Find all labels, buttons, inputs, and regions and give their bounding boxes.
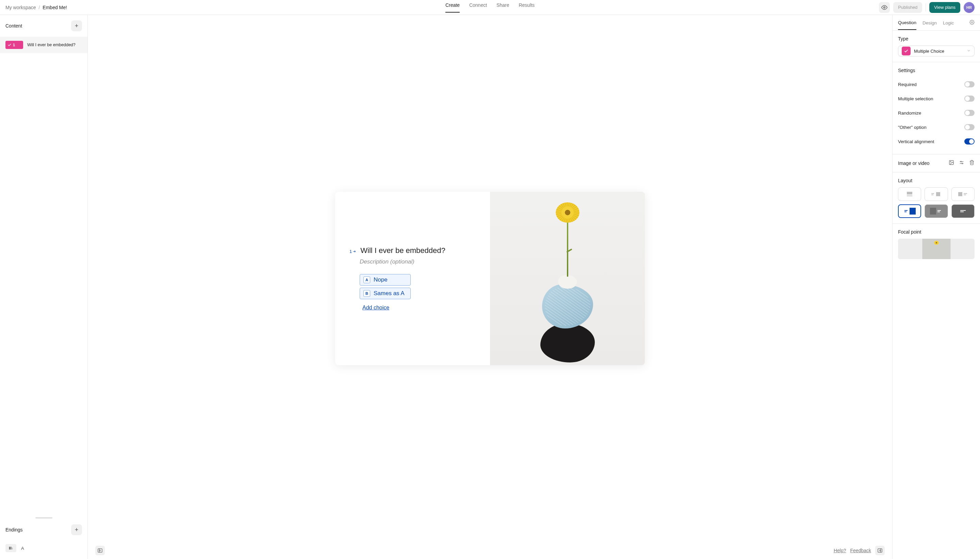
image-icon <box>949 160 954 165</box>
help-link[interactable]: Help? <box>834 548 846 553</box>
publish-button[interactable]: Published <box>893 2 922 13</box>
svg-rect-22 <box>963 193 967 194</box>
setting-multiple-label: Multiple selection <box>898 96 934 101</box>
type-name: Multiple Choice <box>914 49 963 54</box>
preview-button[interactable] <box>879 2 890 13</box>
svg-rect-25 <box>904 212 907 212</box>
question-type-select[interactable]: Multiple Choice <box>898 46 975 56</box>
question-description-input[interactable]: Description (optional) <box>360 258 476 265</box>
tab-share[interactable]: Share <box>496 2 509 13</box>
svg-point-0 <box>884 7 885 8</box>
image-settings-button[interactable] <box>959 160 964 167</box>
workspace-link[interactable]: My workspace <box>5 5 36 10</box>
eye-icon <box>881 5 887 10</box>
collapse-right-button[interactable] <box>875 546 885 555</box>
image-add-button[interactable] <box>949 160 954 167</box>
svg-rect-3 <box>12 547 13 549</box>
panel-tab-design[interactable]: Design <box>922 20 937 30</box>
collapse-left-button[interactable] <box>95 546 105 555</box>
settings-heading: Settings <box>898 68 975 73</box>
choice-key: B <box>363 290 370 297</box>
trash-icon <box>969 160 975 165</box>
breadcrumb: My workspace / Embed Me! <box>5 5 67 10</box>
toggle-other-option[interactable] <box>964 124 975 130</box>
image-delete-button[interactable] <box>969 160 975 167</box>
tab-results[interactable]: Results <box>519 2 535 13</box>
choice-option[interactable]: A Nope <box>360 274 411 286</box>
view-plans-button[interactable]: View plans <box>929 2 960 13</box>
setting-other-label: "Other" option <box>898 125 927 130</box>
question-list-item[interactable]: 1 Will I ever be embedded? <box>0 37 88 53</box>
svg-rect-18 <box>931 193 934 194</box>
panel-settings-button[interactable] <box>970 20 975 30</box>
toggle-required[interactable] <box>964 81 975 88</box>
svg-rect-30 <box>960 210 966 211</box>
choice-option[interactable]: B Sames as A <box>360 288 411 299</box>
svg-rect-23 <box>963 195 966 195</box>
svg-rect-20 <box>936 192 940 196</box>
bars-icon <box>8 546 13 551</box>
type-heading: Type <box>898 36 975 41</box>
setting-randomize-label: Randomize <box>898 111 921 116</box>
panel-tab-logic[interactable]: Logic <box>943 20 954 30</box>
ending-letter: A <box>21 546 24 551</box>
feedback-link[interactable]: Feedback <box>851 548 871 553</box>
question-card: 1 Will I ever be embedded? Description (… <box>335 192 645 365</box>
question-title-input[interactable]: Will I ever be embedded? <box>360 246 445 255</box>
question-label: Will I ever be embedded? <box>27 43 76 47</box>
layout-option-2[interactable] <box>925 187 948 201</box>
setting-vertical-label: Vertical alignment <box>898 139 934 144</box>
panel-left-icon <box>97 548 103 553</box>
tab-connect[interactable]: Connect <box>469 2 487 13</box>
layout-option-4[interactable] <box>898 204 921 218</box>
chevron-down-icon <box>967 48 971 54</box>
svg-rect-28 <box>937 210 941 211</box>
svg-rect-26 <box>910 208 916 215</box>
layout-option-3[interactable] <box>952 187 975 201</box>
layout-option-1[interactable] <box>898 187 921 201</box>
toggle-multiple-selection[interactable] <box>964 96 975 102</box>
svg-point-15 <box>962 163 963 164</box>
svg-rect-17 <box>907 195 912 196</box>
svg-rect-24 <box>904 210 907 211</box>
svg-rect-27 <box>930 208 936 215</box>
svg-rect-1 <box>9 547 10 549</box>
ending-badge <box>5 544 17 552</box>
layout-option-6[interactable] <box>952 204 975 218</box>
add-content-button[interactable]: + <box>71 20 82 31</box>
arrow-right-icon <box>353 250 356 253</box>
check-icon <box>7 43 12 47</box>
choice-text[interactable]: Sames as A <box>374 290 405 297</box>
layout-heading: Layout <box>898 178 975 183</box>
choice-key: A <box>363 276 370 283</box>
image-heading: Image or video <box>898 160 944 166</box>
panel-right-icon <box>877 548 883 553</box>
check-square-icon <box>902 46 910 55</box>
svg-rect-19 <box>931 195 934 195</box>
svg-point-9 <box>972 22 973 23</box>
sliders-icon <box>959 160 964 165</box>
avatar[interactable]: HR <box>963 2 975 13</box>
svg-rect-31 <box>960 212 963 212</box>
svg-rect-16 <box>907 192 912 195</box>
focal-point-editor[interactable] <box>898 239 975 259</box>
form-name[interactable]: Embed Me! <box>43 5 67 10</box>
focal-heading: Focal point <box>898 229 975 235</box>
content-heading: Content <box>5 23 22 28</box>
question-number: 1 <box>350 249 356 254</box>
ending-list-item[interactable]: A <box>0 541 88 559</box>
svg-rect-2 <box>10 547 11 549</box>
svg-rect-29 <box>937 212 940 212</box>
choice-text[interactable]: Nope <box>374 276 388 283</box>
svg-point-14 <box>961 161 962 162</box>
question-type-badge: 1 <box>5 41 23 49</box>
panel-tab-question[interactable]: Question <box>898 20 916 30</box>
layout-option-5[interactable] <box>925 204 948 218</box>
question-image[interactable] <box>490 192 645 365</box>
add-choice-button[interactable]: Add choice <box>362 305 389 311</box>
toggle-randomize[interactable] <box>964 110 975 116</box>
toggle-vertical-alignment[interactable] <box>964 138 975 144</box>
tab-create[interactable]: Create <box>445 2 460 13</box>
add-ending-button[interactable]: + <box>71 524 82 535</box>
endings-heading: Endings <box>5 527 23 533</box>
